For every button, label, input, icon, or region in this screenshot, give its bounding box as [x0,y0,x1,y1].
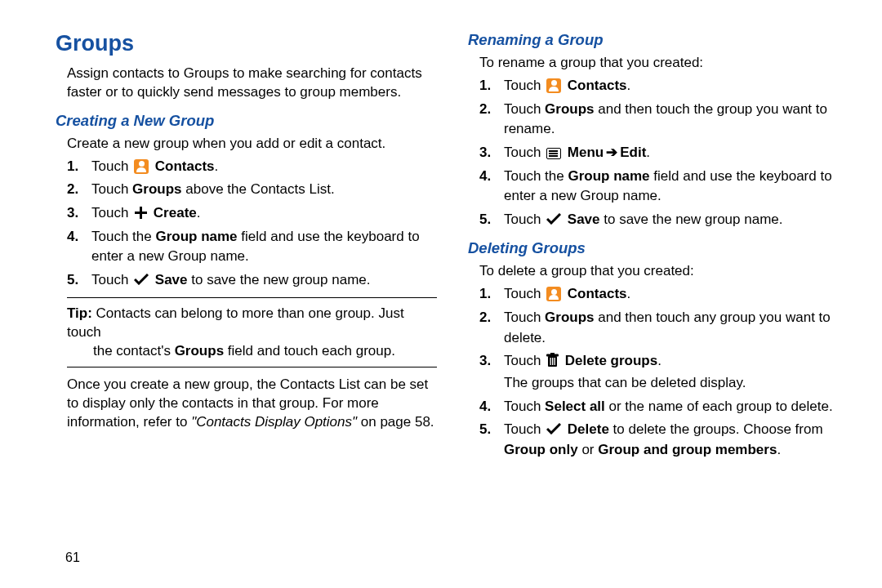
deleting-step-4: 4. Touch Select all or the name of each … [479,397,849,417]
svg-rect-4 [552,358,553,365]
creating-step-4: 4. Touch the Group name field and use th… [67,227,437,267]
arrow-icon: ➔ [606,145,617,160]
check-icon [546,213,561,225]
check-icon [546,423,561,434]
deleting-step-2: 2. Touch Groups and then touch any group… [479,308,849,348]
creating-steps: 1. Touch Contacts. 2. Touch Groups above… [56,157,437,291]
left-column: Groups Assign contacts to Groups to make… [56,31,437,537]
deleting-intro: To delete a group that you created: [468,262,849,281]
deleting-step-5: 5. Touch Delete to delete the groups. Ch… [479,420,849,460]
tip-block: Tip: Contacts can belong to more than on… [56,305,437,361]
menu-icon [546,148,561,159]
check-icon [134,274,149,285]
renaming-step-2: 2. Touch Groups and then touch the group… [479,100,849,140]
heading-renaming: Renaming a Group [468,31,849,49]
intro-groups: Assign contacts to Groups to make search… [56,65,437,102]
svg-rect-2 [550,353,555,354]
renaming-intro: To rename a group that you created: [468,54,849,73]
creating-step-5: 5. Touch Save to save the new group name… [67,270,437,291]
renaming-step-5: 5. Touch Save to save the new group name… [479,210,849,230]
page-number: 61 [65,550,80,565]
heading-groups: Groups [56,31,437,56]
contacts-icon [546,287,561,301]
renaming-step-3: 3. Touch Menu➔Edit. [479,143,849,163]
svg-rect-3 [550,358,551,365]
page-columns: Groups Assign contacts to Groups to make… [56,31,849,537]
creating-intro: Create a new group when you add or edit … [56,135,437,154]
creating-step-1: 1. Touch Contacts. [67,157,437,177]
renaming-steps: 1. Touch Contacts. 2. Touch Groups and t… [468,76,849,229]
deleting-step-1: 1. Touch Contacts. [479,284,849,305]
contacts-icon [546,78,561,93]
right-column: Renaming a Group To rename a group that … [468,31,849,537]
creating-step-2: 2. Touch Groups above the Contacts List. [67,180,437,200]
after-tip-para: Once you create a new group, the Contact… [56,376,437,432]
svg-rect-5 [555,358,555,365]
heading-creating: Creating a New Group [56,112,437,130]
contacts-icon [134,159,149,174]
divider [67,367,437,368]
renaming-step-1: 1. Touch Contacts. [479,76,849,96]
plus-icon [134,206,147,219]
divider [67,297,437,298]
deleting-steps: 1. Touch Contacts. 2. Touch Groups and t… [468,284,849,460]
heading-deleting: Deleting Groups [468,239,849,257]
deleting-step-3: 3. Touch Delete groups. The groups that … [479,351,849,393]
renaming-step-4: 4. Touch the Group name field and use th… [479,167,849,207]
trash-icon [546,353,559,368]
creating-step-3: 3. Touch Create. [67,203,437,224]
